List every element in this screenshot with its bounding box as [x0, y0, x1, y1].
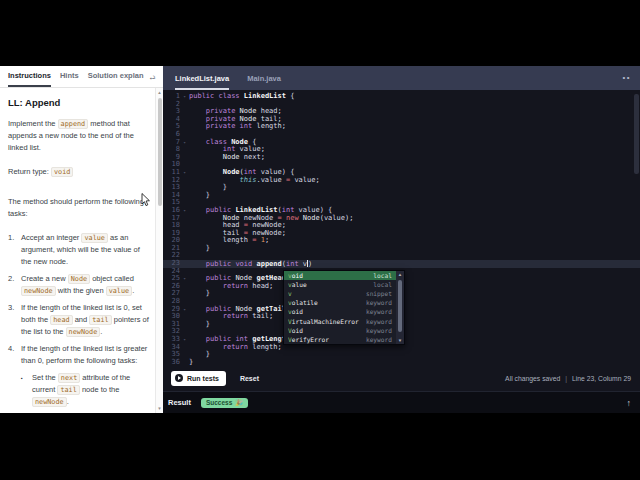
fold-gutter [180, 351, 189, 359]
text-segment: and [73, 315, 90, 324]
party-popper-icon: 🎉 [235, 399, 243, 406]
code-line[interactable]: 20 length = 1; [163, 237, 640, 245]
code-line[interactable]: 36} [163, 359, 640, 365]
suggestion-name: void [288, 308, 366, 315]
code-token: private [206, 122, 236, 130]
autocomplete-item[interactable]: VerifyErrorkeyword [284, 335, 404, 344]
collapse-panel-arrow-icon[interactable]: ← [148, 72, 157, 82]
code-line[interactable]: 5 private int length; [163, 123, 640, 131]
fold-chevron-icon[interactable]: ▾ [180, 93, 189, 101]
code-text: } [189, 184, 640, 192]
fold-gutter [180, 298, 189, 306]
suggestion-kind: keyword [366, 327, 392, 334]
code-line[interactable]: 35 } [163, 351, 640, 359]
inline-code: next [58, 373, 80, 383]
inline-code: tail [57, 385, 79, 395]
fold-gutter [180, 199, 189, 207]
instructions-panel: Instructions Hints Solution explan › ← L… [0, 66, 163, 413]
fold-chevron-icon[interactable]: ▾ [180, 336, 189, 344]
editor-status: All changes saved | Line 23, Column 29 [505, 375, 631, 382]
tab-instructions[interactable]: Instructions [8, 71, 51, 87]
scroll-down-icon[interactable]: ▼ [156, 406, 163, 411]
reset-button[interactable]: Reset [240, 375, 259, 382]
fold-chevron-icon[interactable]: ▾ [180, 275, 189, 283]
inline-code: head [50, 315, 72, 325]
code-text: private int length; [189, 123, 640, 131]
step-number: 2. [8, 273, 21, 297]
code-token: length; [252, 122, 286, 130]
editor-panel: LinkedList.java Main.java •• 1▾public cl… [163, 66, 640, 413]
code-token: (value); [320, 214, 354, 222]
suggestion-kind: keyword [366, 318, 392, 325]
autocomplete-item[interactable]: valuelocal [284, 280, 404, 289]
scrollbar-thumb[interactable] [158, 98, 162, 206]
bullet-icon: ▪ [21, 372, 32, 408]
fold-gutter [180, 252, 189, 260]
fold-chevron-icon[interactable]: ▾ [180, 139, 189, 147]
cursor-position: Line 23, Column 29 [572, 375, 631, 382]
autocomplete-item[interactable]: volatilekeyword [284, 298, 404, 307]
autocomplete-item[interactable]: voidlocal [284, 271, 404, 280]
problem-intro: Implement the append method that appends… [8, 118, 150, 154]
result-bar: Result Success 🎉 ↑ [163, 391, 640, 413]
scroll-down-icon[interactable]: ▼ [396, 338, 404, 343]
code-token: next; [240, 153, 265, 161]
code-token: append [256, 260, 281, 268]
code-token: LinkedList [244, 92, 286, 100]
code-line[interactable]: 9 Node next; [163, 154, 640, 162]
code-token: } [189, 320, 210, 328]
more-options-icon[interactable]: •• [622, 73, 631, 82]
suggestion-kind: local [373, 272, 392, 279]
suggestion-name: VirtualMachineError [288, 318, 366, 325]
fold-chevron-icon[interactable]: ▾ [180, 207, 189, 215]
autocomplete-list: voidlocalvaluelocalvsnippetvolatilekeywo… [284, 271, 404, 344]
scroll-up-icon[interactable]: ▲ [156, 90, 163, 95]
fold-chevron-icon[interactable]: ▾ [180, 169, 189, 177]
code-line[interactable]: 12 this.value = value; [163, 177, 640, 185]
autocomplete-item[interactable]: VirtualMachineErrorkeyword [284, 316, 404, 325]
tab-main-java[interactable]: Main.java [247, 74, 281, 90]
code-text: return head; [189, 283, 640, 291]
autocomplete-item[interactable]: vsnippet [284, 289, 404, 298]
scrollbar-thumb[interactable] [398, 280, 403, 332]
task-step: 1.Accept an integer value as an argument… [8, 232, 150, 268]
fold-chevron-icon[interactable]: ▾ [180, 306, 189, 314]
code-line[interactable]: 1▾public class LinkedList { [163, 93, 640, 101]
autocomplete-dropdown: voidlocalvaluelocalvsnippetvolatilekeywo… [283, 270, 405, 345]
code-token: v [299, 260, 307, 268]
expand-result-arrow-icon[interactable]: ↑ [627, 398, 632, 408]
tab-hints[interactable]: Hints [60, 71, 79, 87]
editor-scrollbar-thumb[interactable] [634, 94, 639, 174]
code-line[interactable]: 23 public void append(int v) [163, 260, 640, 268]
editor-tabbar: LinkedList.java Main.java •• [163, 66, 640, 90]
autocomplete-item[interactable]: Voidkeyword [284, 326, 404, 335]
text-segment: Set the [32, 373, 58, 382]
step-number: 4. [8, 343, 21, 367]
code-line[interactable]: 14 } [163, 192, 640, 200]
editor-toolbar: Run tests Reset All changes saved | Line… [163, 365, 640, 391]
fold-gutter [180, 222, 189, 230]
text-segment: . [67, 397, 69, 406]
status-divider: | [565, 375, 567, 382]
run-tests-button[interactable]: Run tests [171, 371, 226, 386]
tab-linkedlist-java[interactable]: LinkedList.java [175, 74, 229, 90]
text-segment: . [100, 327, 102, 336]
save-status: All changes saved [505, 375, 560, 382]
instructions-scrollbar[interactable]: ▲ ▼ [155, 88, 163, 413]
autocomplete-item[interactable]: voidkeyword [284, 307, 404, 316]
tab-solution-explanation[interactable]: Solution explan [88, 71, 144, 87]
suggestion-name: Void [288, 327, 366, 334]
scroll-up-icon[interactable]: ▲ [396, 272, 404, 277]
code-text: Node next; [189, 154, 640, 162]
code-token: length; [248, 343, 282, 351]
code-line[interactable]: 13 } [163, 184, 640, 192]
code-token: new [286, 214, 299, 222]
step-number: 3. [8, 302, 21, 338]
autocomplete-scrollbar[interactable]: ▲ ▼ [396, 271, 404, 344]
code-line[interactable]: 21 } [163, 245, 640, 253]
fold-gutter [180, 313, 189, 321]
suggestion-kind: local [373, 281, 392, 288]
code-token: } [189, 289, 210, 297]
task-step: 3.If the length of the linked list is 0,… [8, 302, 150, 338]
code-token: value; [290, 176, 320, 184]
